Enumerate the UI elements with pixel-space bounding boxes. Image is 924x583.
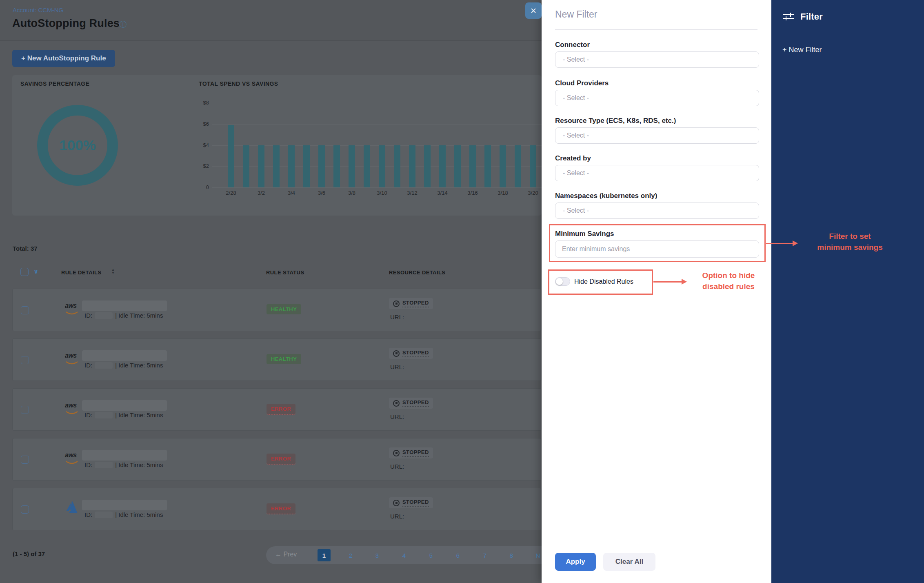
bar — [333, 145, 340, 188]
resource-type-select[interactable]: - Select - — [555, 127, 759, 144]
filter-name-input[interactable]: New Filter — [555, 9, 757, 29]
page-button-2[interactable]: 2 — [344, 549, 357, 561]
bar — [484, 145, 491, 188]
resource-status-badge[interactable]: STOPPED — [389, 398, 433, 409]
x-axis-tick: 3/20 — [523, 190, 542, 196]
prev-page-button[interactable]: ← Prev — [275, 551, 297, 558]
row-checkbox[interactable] — [21, 505, 29, 514]
url-label: URL: — [390, 513, 404, 520]
bar — [515, 145, 521, 188]
next-page-button[interactable]: N — [531, 549, 542, 561]
bar — [349, 145, 355, 188]
page-button-4[interactable]: 4 — [398, 549, 411, 561]
main-content-dimmed: Account: CCM-NG AutoStopping Rules ⓘ + N… — [0, 0, 542, 583]
x-axis-tick: 3/6 — [311, 190, 332, 196]
col-rule-details[interactable]: RULE DETAILS — [61, 269, 101, 276]
annotation-arrow — [766, 243, 793, 244]
rule-name-redacted — [82, 400, 167, 411]
rule-id-redacted — [95, 512, 113, 518]
url-label: URL: — [390, 463, 404, 470]
aws-logo-icon: aws — [65, 302, 82, 318]
savings-donut-chart: 100% — [37, 105, 118, 186]
row-checkbox[interactable] — [21, 456, 29, 464]
resource-status-badge[interactable]: STOPPED — [389, 447, 433, 458]
filter-panel-title: Filter — [800, 11, 823, 22]
chevron-down-icon[interactable]: ∨ — [33, 268, 38, 275]
gridline — [212, 187, 542, 188]
bar — [364, 145, 370, 188]
field-label-namespaces: Namespaces (kubernetes only) — [555, 192, 657, 200]
field-label-resource-type: Resource Type (ECS, K8s, RDS, etc.) — [555, 117, 676, 125]
page-button-3[interactable]: 3 — [371, 549, 384, 561]
url-label: URL: — [390, 363, 404, 370]
new-filter-button[interactable]: + New Filter — [782, 46, 822, 54]
row-checkbox[interactable] — [21, 356, 29, 364]
bar — [454, 145, 461, 188]
x-axis-tick: 2/28 — [221, 190, 241, 196]
page-title: AutoStopping Rules — [12, 17, 120, 30]
pagination: ← Prev 1 2 3 4 5 6 7 8 N — [266, 546, 542, 564]
table-row[interactable]: aws ID:| Idle Time: 5mins HEALTHY STOPPE… — [12, 338, 542, 381]
row-checkbox[interactable] — [21, 306, 29, 314]
y-axis-tick: 0 — [192, 184, 209, 190]
table-row[interactable]: aws ID:| Idle Time: 5mins HEALTHY STOPPE… — [12, 289, 542, 331]
stop-circle-icon — [393, 400, 400, 407]
page-button-8[interactable]: 8 — [505, 549, 518, 561]
resource-status-badge[interactable]: STOPPED — [389, 298, 433, 309]
select-all-checkbox[interactable] — [20, 268, 29, 276]
annotation-hide-disabled: Option to hide disabled rules — [691, 270, 766, 292]
bar — [303, 145, 310, 188]
status-badge: ERROR — [267, 454, 295, 465]
table-row[interactable]: ID:| Idle Time: 5mins ERROR STOPPED URL: — [12, 488, 542, 530]
page-button-1[interactable]: 1 — [318, 549, 331, 561]
table-header: ∨ RULE DETAILS ▲▼ RULE STATUS RESOURCE D… — [12, 265, 542, 283]
bar — [243, 145, 249, 188]
apply-button[interactable]: Apply — [555, 553, 596, 571]
cloud-providers-select[interactable]: - Select - — [555, 90, 759, 106]
clear-all-button[interactable]: Clear All — [603, 553, 655, 571]
rule-id-line: ID:| Idle Time: 5mins — [84, 362, 163, 369]
bar — [258, 145, 264, 188]
sort-icon[interactable]: ▲▼ — [111, 268, 115, 274]
azure-logo-icon — [65, 501, 82, 517]
status-badge: ERROR — [267, 503, 295, 514]
bar — [469, 145, 476, 188]
x-axis-tick: 3/4 — [281, 190, 302, 196]
x-axis-tick: 3/18 — [493, 190, 513, 196]
resource-status-badge[interactable]: STOPPED — [389, 497, 433, 508]
x-axis-tick: 3/14 — [432, 190, 453, 196]
resource-status-badge[interactable]: STOPPED — [389, 348, 433, 359]
close-icon[interactable]: ✕ — [525, 2, 542, 19]
rule-id-redacted — [95, 362, 113, 369]
new-autostopping-rule-button[interactable]: + New AutoStopping Rule — [12, 50, 115, 67]
summary-charts-card: SAVINGS PERCENTAGE TOTAL SPEND VS SAVING… — [12, 75, 542, 216]
annotation-arrow — [653, 281, 682, 283]
page-button-5[interactable]: 5 — [424, 549, 438, 561]
spend-vs-savings-bar-chart: $8$6$4$202/283/23/43/63/83/103/123/143/1… — [212, 103, 542, 187]
stop-circle-icon — [393, 350, 400, 357]
url-label: URL: — [390, 413, 404, 420]
stop-circle-icon — [393, 300, 400, 307]
rule-name-redacted — [82, 300, 167, 311]
rule-name-redacted — [82, 450, 167, 461]
namespaces-select[interactable]: - Select - — [555, 202, 759, 219]
y-axis-tick: $6 — [192, 121, 209, 127]
rule-name-redacted — [82, 500, 167, 510]
table-row[interactable]: aws ID:| Idle Time: 5mins ERROR STOPPED … — [12, 438, 542, 481]
savings-percentage-title: SAVINGS PERCENTAGE — [20, 80, 89, 87]
info-icon[interactable]: ⓘ — [119, 20, 127, 29]
aws-logo-icon: aws — [65, 402, 82, 418]
rule-id-line: ID:| Idle Time: 5mins — [84, 412, 163, 418]
table-row[interactable]: aws ID:| Idle Time: 5mins ERROR STOPPED … — [12, 388, 542, 431]
rule-id-line: ID:| Idle Time: 5mins — [84, 461, 163, 468]
row-checkbox[interactable] — [21, 406, 29, 414]
pagination-range: (1 - 5) of 37 — [13, 550, 45, 557]
created-by-select[interactable]: - Select - — [555, 165, 759, 181]
page-button-7[interactable]: 7 — [478, 549, 491, 561]
spend-vs-savings-title: TOTAL SPEND VS SAVINGS — [199, 80, 278, 87]
connector-select[interactable]: - Select - — [555, 51, 759, 68]
field-label-created-by: Created by — [555, 154, 591, 162]
page-button-6[interactable]: 6 — [451, 549, 464, 561]
y-axis-tick: $4 — [192, 142, 209, 148]
breadcrumb-account[interactable]: Account: CCM-NG — [13, 7, 63, 13]
